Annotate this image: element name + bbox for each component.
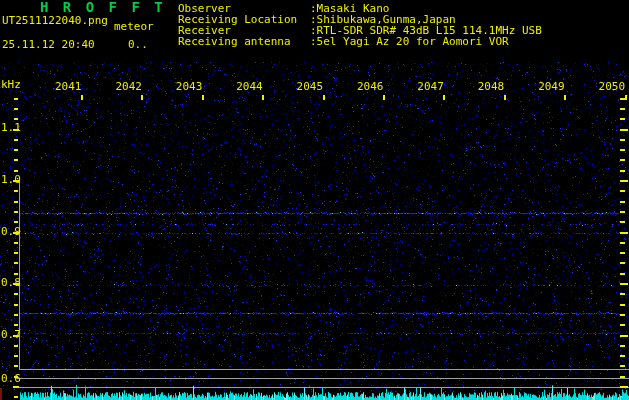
time-tick-label: 2045 xyxy=(297,81,357,92)
time-tick-label: 2049 xyxy=(538,81,598,92)
time-tick-label: 2048 xyxy=(478,81,538,92)
freq-tick-label: 1.1 xyxy=(1,122,21,133)
spectrogram-canvas xyxy=(0,0,629,400)
echo-counter: 0.. xyxy=(128,39,148,50)
time-tick-label: 2050 xyxy=(599,81,629,92)
field-label-antenna: Receiving antenna xyxy=(178,36,291,47)
time-tick-label: 2047 xyxy=(417,81,477,92)
freq-tick-label: 0.9 xyxy=(1,226,21,237)
time-tick-label: 2041 xyxy=(55,81,115,92)
time-tick-label: 2046 xyxy=(357,81,417,92)
time-axis-labels: 2041 2042 2043 2044 2045 2046 2047 2048 … xyxy=(55,81,629,92)
freq-tick-label: 1.0 xyxy=(1,174,21,185)
mode-label: meteor xyxy=(114,21,154,32)
freq-tick-label: 0.6 xyxy=(1,373,21,384)
freq-tick-label: 0.7 xyxy=(1,329,21,340)
field-value-antenna: :5el Yagi Az 20 for Aomori VOR xyxy=(310,36,509,47)
time-tick-label: 2042 xyxy=(115,81,175,92)
time-tick-label: 2044 xyxy=(236,81,296,92)
freq-tick-label: 0.8 xyxy=(1,277,21,288)
y-axis-unit-label: kHz xyxy=(1,79,21,90)
output-filename: UT2511122040.png xyxy=(2,15,108,26)
app-title: H R O F F T xyxy=(40,2,166,13)
observation-datetime: 25.11.12 20:40 xyxy=(2,39,95,50)
hrofft-output-image: H R O F F T UT2511122040.png meteor 25.1… xyxy=(0,0,629,400)
time-tick-label: 2043 xyxy=(176,81,236,92)
